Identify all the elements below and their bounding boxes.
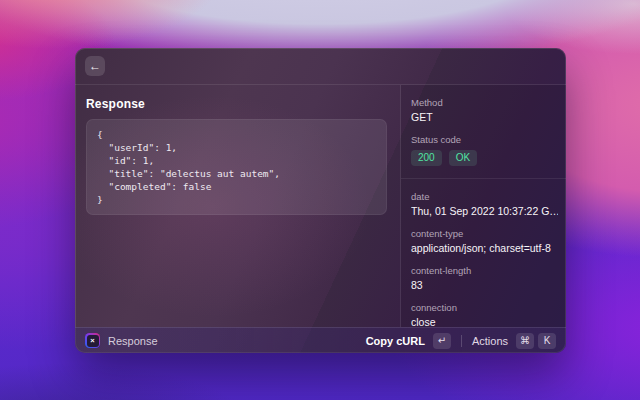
action-bar: × Response Copy cURL ↵ Actions ⌘ K xyxy=(75,327,566,353)
window-header: ← xyxy=(75,48,566,85)
code-line: } xyxy=(97,193,376,206)
code-line: "title": "delectus aut autem", xyxy=(97,167,376,180)
status-code-section: Status code 200 OK xyxy=(411,134,558,166)
header-value: application/json; charset=utf-8 xyxy=(411,242,558,254)
copy-curl-button[interactable]: Copy cURL xyxy=(366,335,425,347)
window-body: Response { "userId": 1, "id": 1, "title"… xyxy=(75,85,566,327)
header-value: Thu, 01 Sep 2022 10:37:22 G… xyxy=(411,205,558,217)
actions-shortcut: ⌘ K xyxy=(516,333,556,349)
header-row-content-type: content-type application/json; charset=u… xyxy=(411,228,558,254)
code-line: "completed": false xyxy=(97,180,376,193)
status-code-label: Status code xyxy=(411,134,558,145)
k-key-icon: K xyxy=(538,333,556,349)
header-label: connection xyxy=(411,302,558,313)
method-section: Method GET xyxy=(411,97,558,123)
actions-button[interactable]: Actions xyxy=(472,335,508,347)
command-key-icon: ⌘ xyxy=(516,333,534,349)
method-label: Method xyxy=(411,97,558,108)
status-code-badge: 200 xyxy=(411,150,442,166)
code-line: { xyxy=(97,128,376,141)
back-button[interactable]: ← xyxy=(85,56,105,76)
status-text-badge: OK xyxy=(449,150,477,166)
code-line: "userId": 1, xyxy=(97,141,376,154)
header-value: 83 xyxy=(411,279,558,291)
header-row-date: date Thu, 01 Sep 2022 10:37:22 G… xyxy=(411,191,558,217)
status-badge-row: 200 OK xyxy=(411,150,558,166)
back-arrow-icon: ← xyxy=(89,60,101,72)
header-value: close xyxy=(411,316,558,327)
response-json-block[interactable]: { "userId": 1, "id": 1, "title": "delect… xyxy=(86,119,387,215)
header-row-connection: connection close xyxy=(411,302,558,327)
response-title: Response xyxy=(86,97,387,111)
action-bar-left: × Response xyxy=(85,333,366,348)
extension-icon: × xyxy=(85,333,100,348)
sidebar-divider xyxy=(401,178,566,179)
return-key-icon[interactable]: ↵ xyxy=(433,333,451,349)
response-panel: Response { "userId": 1, "id": 1, "title"… xyxy=(75,85,400,327)
metadata-sidebar: Method GET Status code 200 OK date Thu, … xyxy=(401,85,566,327)
method-value: GET xyxy=(411,111,558,123)
header-row-content-length: content-length 83 xyxy=(411,265,558,291)
header-label: date xyxy=(411,191,558,202)
action-bar-right: Copy cURL ↵ Actions ⌘ K xyxy=(366,333,556,349)
raycast-window: ← Response { "userId": 1, "id": 1, "titl… xyxy=(75,48,566,353)
extension-icon-glyph: × xyxy=(87,335,99,347)
header-label: content-type xyxy=(411,228,558,239)
footer-source-label: Response xyxy=(108,335,158,347)
header-label: content-length xyxy=(411,265,558,276)
code-line: "id": 1, xyxy=(97,154,376,167)
footer-separator xyxy=(461,335,462,347)
